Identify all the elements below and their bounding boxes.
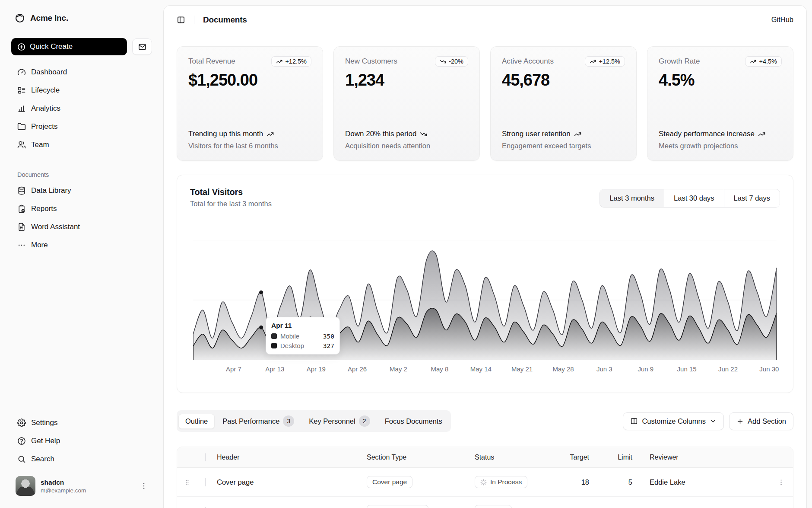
mail-icon [138, 43, 146, 51]
sidebar-item-projects[interactable]: Projects [11, 118, 152, 136]
github-link[interactable]: GitHub [771, 16, 793, 24]
sidebar: Acme Inc. Quick Create Dashboard Lifecyc… [0, 0, 163, 508]
x-axis-tick: May 2 [385, 365, 412, 373]
inbox-button[interactable] [132, 38, 152, 55]
sidebar-item-label: Analytics [31, 104, 60, 113]
ellipsis-icon [17, 241, 26, 249]
section-tabs-row: Outline Past Performance3 Key Personnel2… [177, 410, 793, 432]
customize-columns-label: Customize Columns [642, 417, 706, 425]
sidebar-toggle-button[interactable] [177, 16, 185, 24]
tab-past-performance[interactable]: Past Performance3 [216, 412, 301, 430]
x-axis-tick: Apr 7 [220, 365, 247, 373]
brand[interactable]: Acme Inc. [11, 10, 152, 27]
range-last-3-months[interactable]: Last 3 months [600, 189, 664, 207]
clipboard-icon [17, 204, 26, 213]
row-checkbox[interactable] [205, 507, 206, 508]
sidebar-item-label: Word Assistant [31, 223, 80, 231]
limit-cell[interactable]: 5 [605, 478, 648, 486]
columns-icon [630, 417, 638, 425]
desktop-swatch [271, 343, 277, 348]
loader-icon [480, 479, 487, 486]
more-vertical-icon[interactable] [140, 482, 148, 490]
sidebar-item-data-library[interactable]: Data Library [11, 182, 152, 200]
footer-nav: Settings Get Help Search [11, 414, 152, 468]
card-foot-desc: Visitors for the last 6 months [188, 142, 311, 150]
column-header: Limit [605, 454, 648, 461]
table-header-row: Header Section Type Status Target Limit … [177, 447, 793, 468]
customize-columns-button[interactable]: Customize Columns [623, 412, 724, 430]
tab-key-personnel[interactable]: Key Personnel2 [302, 412, 377, 430]
range-last-30-days[interactable]: Last 30 days [664, 189, 724, 207]
table-row: Table of contents Table of contents Done… [177, 497, 793, 508]
trend-badge: +12.5% [271, 56, 311, 67]
file-word-icon [17, 223, 26, 231]
reviewer-cell[interactable]: Eddie Lake [648, 478, 769, 486]
row-header-cell[interactable]: Cover page [215, 478, 365, 486]
tab-outline[interactable]: Outline [178, 414, 215, 429]
quick-create-button[interactable]: Quick Create [11, 38, 127, 55]
sidebar-item-label: Reports [31, 204, 57, 213]
tooltip-series-value: 327 [323, 342, 334, 349]
sidebar-item-label: Dashboard [31, 68, 67, 77]
plus-circle-icon [17, 43, 25, 51]
x-axis-tick: Jun 3 [591, 365, 618, 373]
tooltip-date: Apr 11 [271, 322, 334, 329]
badge-value: +12.5% [285, 58, 307, 65]
x-axis-tick: May 21 [509, 365, 536, 373]
chevron-down-icon [710, 418, 717, 425]
sidebar-item-word-assistant[interactable]: Word Assistant [11, 218, 152, 236]
gear-icon [17, 419, 26, 427]
x-axis-tick: Jun 15 [673, 365, 700, 373]
sidebar-item-search[interactable]: Search [11, 450, 152, 468]
gauge-icon [17, 68, 26, 77]
brand-name: Acme Inc. [30, 13, 68, 23]
panel-left-icon [177, 16, 185, 24]
card-value: 4.5% [659, 71, 782, 89]
add-section-button[interactable]: Add Section [729, 412, 793, 430]
sidebar-item-dashboard[interactable]: Dashboard [11, 63, 152, 81]
tooltip-row: Mobile 350 [271, 332, 334, 340]
column-header: Reviewer [648, 454, 769, 461]
tooltip-series-name: Desktop [280, 342, 320, 349]
card-label: Active Accounts [502, 56, 554, 66]
topbar: Documents GitHub [164, 6, 806, 34]
sidebar-item-analytics[interactable]: Analytics [11, 99, 152, 118]
card-value: 45,678 [502, 71, 625, 89]
card-growth-rate: Growth Rate +4.5% 4.5% Steady performanc… [647, 46, 793, 161]
x-axis-tick: Jun 9 [632, 365, 659, 373]
user-menu[interactable]: shadcn m@example.com [11, 473, 152, 499]
tab-focus-documents[interactable]: Focus Documents [378, 414, 449, 429]
divider [194, 16, 194, 24]
drag-handle[interactable] [177, 479, 197, 486]
status-badge: Done [475, 505, 512, 508]
card-new-customers: New Customers -20% 1,234 Down 20% this p… [333, 46, 480, 161]
column-header: Status [473, 454, 559, 461]
sidebar-item-label: Lifecycle [31, 86, 60, 95]
x-axis: Apr 7Apr 13Apr 19Apr 26May 2May 8May 14M… [220, 365, 783, 373]
sidebar-item-more[interactable]: More [11, 236, 152, 254]
sidebar-item-label: More [31, 241, 48, 249]
page-title: Documents [203, 15, 247, 25]
range-last-7-days[interactable]: Last 7 days [724, 189, 780, 207]
trending-down-icon [440, 58, 446, 65]
sidebar-item-lifecycle[interactable]: Lifecycle [11, 81, 152, 99]
select-all-checkbox[interactable] [205, 453, 206, 461]
trend-badge: +4.5% [745, 56, 782, 67]
row-menu-button[interactable] [769, 479, 793, 486]
target-cell[interactable]: 18 [559, 478, 605, 486]
trend-badge: -20% [435, 56, 468, 67]
section-tabs: Outline Past Performance3 Key Personnel2… [177, 410, 451, 432]
quick-create-label: Quick Create [30, 42, 73, 51]
tab-label: Key Personnel [309, 417, 355, 425]
sidebar-item-settings[interactable]: Settings [11, 414, 152, 432]
sidebar-item-team[interactable]: Team [11, 136, 152, 154]
sidebar-item-reports[interactable]: Reports [11, 200, 152, 218]
card-foot-title: Trending up this month [188, 129, 263, 139]
sidebar-item-label: Data Library [31, 186, 71, 195]
x-axis-tick: Apr 13 [261, 365, 288, 373]
card-label: Growth Rate [659, 56, 700, 66]
row-checkbox[interactable] [205, 478, 206, 486]
section-type-badge: Cover page [367, 476, 412, 488]
card-value: 1,234 [345, 71, 468, 89]
sidebar-item-get-help[interactable]: Get Help [11, 432, 152, 450]
